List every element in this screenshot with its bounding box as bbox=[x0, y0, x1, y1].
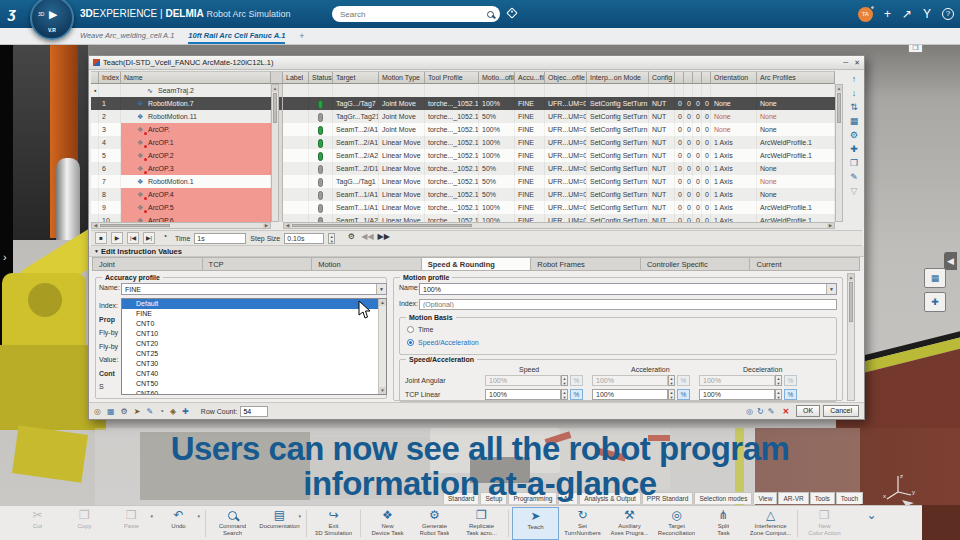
column-header-z2[interactable] bbox=[693, 71, 702, 84]
share-icon[interactable]: ↗ bbox=[902, 8, 912, 20]
column-header-index[interactable]: Index bbox=[99, 71, 121, 84]
dropdown-option[interactable]: CNT10 bbox=[122, 329, 386, 339]
table-row[interactable]: ▪∿SeamTraj.2 bbox=[91, 84, 835, 97]
table-row[interactable]: 3❖ArcOP.SeamT...2/A1Joint Movetorche..._… bbox=[91, 123, 835, 136]
tag-icon[interactable] bbox=[506, 7, 517, 18]
column-header-motion[interactable]: Motion Type bbox=[379, 71, 425, 84]
replicate-task-button[interactable]: ❐ReplicateTask acro... bbox=[458, 507, 505, 540]
chevron-down-icon[interactable]: ▾ bbox=[197, 513, 200, 519]
scroll-right-icon[interactable]: ▶ bbox=[263, 223, 270, 228]
collapse-icon[interactable]: ▼ bbox=[94, 248, 99, 254]
search-input[interactable] bbox=[338, 9, 487, 20]
percent-button[interactable]: % bbox=[677, 389, 690, 400]
radio-icon[interactable] bbox=[407, 339, 414, 346]
grid-icon[interactable]: ▦ bbox=[107, 407, 115, 416]
left-pane-vscrollbar[interactable]: ▲ bbox=[271, 84, 279, 222]
exit-3d-simulation-button[interactable]: ↪Exit3D Simulation bbox=[310, 507, 357, 540]
instruction-table[interactable]: ▪∿SeamTraj.21❖RobotMotion.7TagG.../Tag7J… bbox=[91, 84, 835, 222]
scroll-up-icon[interactable]: ▲ bbox=[379, 299, 386, 306]
table-row[interactable]: 2❖RobotMotion.11TagGr...Tag21Joint Movet… bbox=[91, 110, 835, 123]
float-icon[interactable]: ─ bbox=[843, 59, 848, 66]
dropdown-option[interactable]: CNT20 bbox=[122, 339, 386, 349]
scroll-thumb[interactable] bbox=[100, 224, 170, 227]
chevron-down-icon[interactable]: ▼ bbox=[826, 284, 836, 294]
right-panel-chevron[interactable]: ◀ bbox=[944, 252, 957, 270]
percent-button[interactable]: % bbox=[570, 389, 583, 400]
dropdown-option[interactable]: CNT60 bbox=[122, 389, 386, 395]
target-reconciliation-button[interactable]: ◎TargetReconciliation bbox=[653, 507, 700, 540]
step-size-input[interactable] bbox=[284, 233, 324, 244]
cancel-button[interactable]: Cancel bbox=[823, 405, 859, 417]
3ds-logo[interactable]: ʒ bbox=[8, 4, 32, 24]
value-input[interactable] bbox=[592, 389, 668, 400]
column-header-status[interactable]: Status bbox=[309, 71, 333, 84]
swap-rows-icon[interactable]: ⇅ bbox=[848, 101, 861, 113]
column-header-name[interactable]: Name bbox=[121, 71, 271, 84]
column-header-label[interactable]: Label bbox=[283, 71, 309, 84]
scroll-thumb[interactable] bbox=[292, 224, 472, 227]
frame-icon[interactable]: ◈ bbox=[170, 407, 176, 416]
tab-tcp[interactable]: TCP bbox=[202, 257, 312, 271]
document-tab-0[interactable]: Weave Arc_welding_cell A.1 bbox=[80, 28, 174, 44]
dropdown-option[interactable]: CNT50 bbox=[122, 379, 386, 389]
radio-time[interactable]: Time bbox=[407, 326, 433, 333]
toolbar-overflow-button[interactable]: ⌄ bbox=[848, 507, 895, 540]
help-icon[interactable]: ? bbox=[942, 8, 954, 20]
left-pane-hscrollbar[interactable]: ◀▶ bbox=[91, 222, 271, 229]
play-button[interactable]: ▶ bbox=[111, 232, 123, 244]
time-icon[interactable]: ◔ bbox=[159, 407, 164, 416]
tab-current[interactable]: Current bbox=[749, 257, 860, 271]
scroll-right-icon[interactable]: ▶ bbox=[827, 223, 834, 228]
split-task-button[interactable]: ⋔SplitTask bbox=[700, 507, 747, 540]
viewport-pan-button[interactable]: ✚ bbox=[924, 292, 946, 312]
undo-button[interactable]: ↶Undo▾ bbox=[155, 507, 202, 540]
collaboration-icon[interactable]: Y bbox=[923, 8, 931, 20]
table-row[interactable]: 6❖ArcOP.3SeamT...2/D1Linear Movetorche..… bbox=[91, 162, 835, 175]
tab-motion[interactable]: Motion bbox=[311, 257, 421, 271]
document-tab-1[interactable]: 10ft Rail Arc Cell Fanuc A.1 bbox=[188, 28, 285, 44]
table-view-icon[interactable]: ▦ bbox=[848, 115, 861, 127]
dropdown-option[interactable]: CNT30 bbox=[122, 359, 386, 369]
generate-robot-task-button[interactable]: ⚙GenerateRobot Task bbox=[411, 507, 458, 540]
scroll-left-icon[interactable]: ◀ bbox=[284, 223, 291, 228]
dropdown-scrollbar[interactable]: ▲ ▼ bbox=[378, 299, 386, 394]
table-row[interactable]: 8❖ArcOP.4SeamT...1/A1Linear Movetorche..… bbox=[91, 188, 835, 201]
dropdown-option[interactable]: CNT40 bbox=[122, 369, 386, 379]
scroll-up-icon[interactable]: ▲ bbox=[836, 85, 842, 92]
search-bar[interactable] bbox=[332, 6, 500, 22]
right-pane-vscrollbar[interactable]: ▲ bbox=[835, 84, 843, 222]
interference-zone-button[interactable]: △InterferenceZone Comput... bbox=[747, 507, 794, 540]
scroll-up-icon[interactable]: ▲ bbox=[272, 85, 278, 92]
skip-back-button[interactable]: |◀ bbox=[127, 232, 139, 244]
column-header-orientation[interactable]: Orientation bbox=[711, 71, 757, 84]
stop-button[interactable]: ■ bbox=[95, 232, 107, 244]
add-icon[interactable]: + bbox=[884, 8, 891, 20]
table-row[interactable]: 9❖ArcOP.5SeamT...1/A1Linear Movetorche..… bbox=[91, 201, 835, 214]
step-spinner[interactable]: ▲▼ bbox=[328, 233, 335, 244]
column-header-interp[interactable]: Interp...on Mode bbox=[587, 71, 649, 84]
dropdown-option[interactable]: FINE bbox=[122, 309, 386, 319]
teach-button[interactable]: ➤Teach bbox=[512, 507, 559, 540]
table-row[interactable]: 10❖ArcOP.6SeamT...1/A2Linear Movetorche.… bbox=[91, 214, 835, 222]
column-header-tool[interactable]: Tool Profile bbox=[425, 71, 479, 84]
edit-content-scrollbar[interactable]: ▲ bbox=[847, 273, 855, 401]
command-search-button[interactable]: CommandSearch bbox=[209, 507, 256, 540]
gear-icon[interactable]: ⚙ bbox=[345, 232, 357, 244]
chevron-down-icon[interactable]: ▾ bbox=[150, 513, 153, 519]
skip-forward-button[interactable]: ▶| bbox=[143, 232, 155, 244]
table-row[interactable]: 5❖ArcOP.2SeamT...2/A2Linear Movetorche..… bbox=[91, 149, 835, 162]
scroll-up-icon[interactable]: ▲ bbox=[848, 274, 854, 281]
gear-icon[interactable]: ⚙ bbox=[121, 407, 128, 416]
left-panel-chevron[interactable]: › bbox=[3, 251, 7, 263]
tab-controller-specific[interactable]: Controller Specific bbox=[640, 257, 750, 271]
scroll-thumb[interactable] bbox=[837, 93, 841, 123]
auxiliary-axes-button[interactable]: ⚒AuxiliaryAxes Progra... bbox=[606, 507, 653, 540]
column-header-profile[interactable]: Motio...ofile bbox=[479, 71, 515, 84]
fast-forward-button[interactable]: ▶▶ bbox=[378, 232, 390, 244]
documentation-button[interactable]: ▤Documentation▾ bbox=[256, 507, 303, 540]
tab-robot-frames[interactable]: Robot Frames bbox=[530, 257, 640, 271]
teach-pendant-icon[interactable]: ✎ bbox=[768, 407, 775, 416]
accuracy-name-combobox[interactable]: FINE ▼ bbox=[121, 283, 387, 295]
column-header-gap[interactable] bbox=[271, 71, 283, 84]
accuracy-dropdown-list[interactable]: DefaultFINECNT0CNT10CNT20CNT25CNT30CNT40… bbox=[121, 298, 387, 395]
